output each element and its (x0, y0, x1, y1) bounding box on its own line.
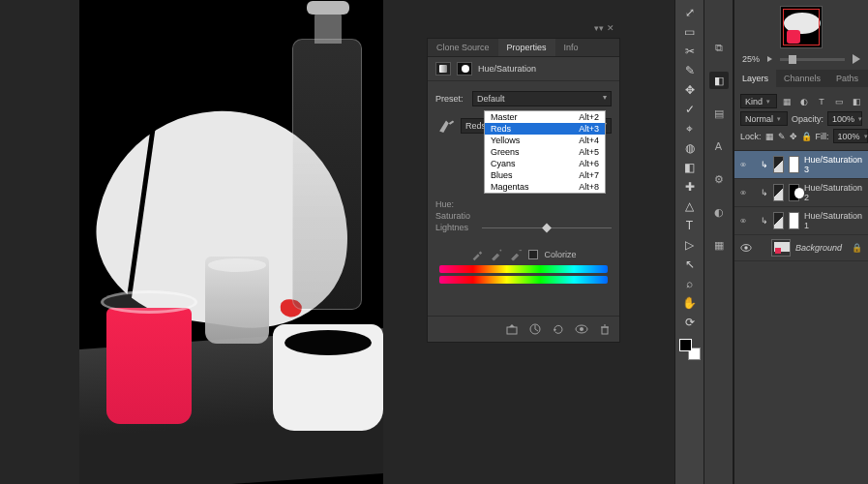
hue-gradient-bottom[interactable] (439, 276, 608, 284)
adjustment-icon (435, 62, 451, 76)
dock-swatches-icon[interactable]: ▤ (709, 105, 729, 122)
tool-gradient[interactable]: ◧ (679, 159, 701, 176)
tool-hand[interactable]: ✋ (679, 294, 701, 312)
tool-marquee[interactable]: ▭ (679, 23, 701, 41)
tab-paths[interactable]: Paths (828, 70, 866, 87)
eye-icon[interactable] (740, 243, 752, 253)
layer-row[interactable]: ↳ Hue/Saturation 1 (734, 207, 868, 235)
dock-adjustments-icon[interactable]: ⚙ (709, 170, 729, 188)
properties-panel: Clone Source Properties Info Hue/Saturat… (427, 38, 620, 343)
tool-path[interactable]: ▷ (679, 236, 701, 254)
tool-healing-brush[interactable]: ✥ (679, 81, 701, 99)
navigator-thumbnail[interactable] (780, 6, 823, 48)
filter-shape-icon[interactable]: ▭ (833, 96, 845, 107)
saturation-label: Saturatio (435, 211, 482, 221)
channel-option-greens[interactable]: GreensAlt+5 (485, 146, 605, 158)
opacity-value[interactable]: 100% (827, 111, 862, 126)
tool-eraser[interactable]: ◍ (679, 139, 701, 157)
zoom-value: 25% (742, 54, 760, 64)
tool-crop[interactable]: ✂ (679, 43, 701, 60)
tab-clone-source[interactable]: Clone Source (428, 39, 498, 56)
fill-value[interactable]: 100% (833, 129, 868, 143)
layers-list: ↳ Hue/Saturation 3 ↳ Hue/Saturation 2 ↳ … (734, 150, 868, 261)
layer-mask[interactable] (789, 184, 799, 201)
tool-clone-stamp[interactable]: ⌖ (679, 120, 701, 137)
dock-color-icon[interactable]: ◐ (709, 203, 729, 221)
eye-icon[interactable] (740, 216, 746, 226)
zoom-slider[interactable] (780, 58, 845, 61)
eye-icon[interactable] (740, 160, 746, 169)
tool-pen[interactable]: △ (679, 197, 701, 215)
channel-option-cyans[interactable]: CyansAlt+6 (485, 158, 605, 169)
trash-icon[interactable] (598, 322, 612, 336)
layer-filter-kind[interactable]: Kind (740, 94, 777, 108)
svg-point-3 (580, 327, 584, 331)
dock-character-icon[interactable]: A (709, 137, 729, 155)
finger-scrub-icon[interactable] (435, 118, 457, 134)
document-image[interactable] (79, 0, 383, 484)
channel-option-yellows[interactable]: YellowsAlt+4 (485, 135, 605, 146)
channel-option-magentas[interactable]: MagentasAlt+8 (485, 181, 605, 193)
hue-gradient-top[interactable] (439, 265, 608, 273)
tool-move[interactable]: ⤢ (679, 4, 701, 21)
dock-properties-icon[interactable]: ◧ (709, 72, 729, 89)
toolbar: ⤢ ▭ ✂ ✎ ✥ ✓ ⌖ ◍ ◧ ✚ △ T ▷ ↖ ⌕ ✋ ⟳ (674, 0, 704, 484)
eyedropper-icon[interactable] (470, 248, 484, 261)
eye-icon[interactable] (740, 188, 746, 197)
adjustment-thumb (773, 184, 784, 201)
tool-dodge[interactable]: ✚ (679, 178, 701, 196)
color-swatches[interactable] (679, 339, 701, 360)
filter-pixel-icon[interactable]: ▦ (781, 96, 793, 107)
visibility-icon[interactable] (575, 322, 588, 336)
panel-menu-icon[interactable]: ▾▾ ✕ (427, 23, 620, 33)
tab-layers[interactable]: Layers (734, 70, 776, 87)
zoom-in-icon[interactable] (853, 54, 860, 64)
layer-mask[interactable] (789, 156, 799, 173)
previous-state-icon[interactable] (528, 322, 542, 336)
lightness-slider[interactable] (482, 227, 612, 228)
tab-channels[interactable]: Channels (776, 70, 828, 87)
filter-type-icon[interactable]: T (816, 96, 827, 107)
lock-brush-icon[interactable]: ✎ (778, 132, 786, 141)
svg-point-10 (742, 220, 744, 222)
channel-option-reds[interactable]: RedsAlt+3 (485, 123, 605, 135)
channel-option-blues[interactable]: BluesAlt+7 (485, 169, 605, 181)
blend-mode-select[interactable]: Normal (740, 111, 788, 126)
filter-adjust-icon[interactable]: ◐ (798, 96, 810, 107)
adjustment-thumb (773, 212, 784, 229)
clip-layer-icon[interactable] (505, 322, 519, 336)
layer-row[interactable]: ↳ Hue/Saturation 3 (734, 151, 868, 179)
lock-move-icon[interactable]: ✥ (790, 132, 797, 141)
tab-properties[interactable]: Properties (498, 39, 555, 56)
preset-label: Preset: (435, 94, 468, 104)
lock-transparent-icon[interactable]: ▦ (765, 132, 774, 141)
colorize-checkbox[interactable] (528, 250, 538, 259)
tool-eyedropper[interactable]: ✎ (679, 62, 701, 79)
layer-name[interactable]: Hue/Saturation 3 (804, 155, 862, 174)
dock-history-icon[interactable]: ⧉ (709, 39, 729, 56)
layer-name[interactable]: Background (795, 243, 847, 253)
layer-row-background[interactable]: Background 🔒 (734, 235, 868, 261)
tool-rotate[interactable]: ⟳ (679, 314, 701, 331)
tool-type[interactable]: T (679, 217, 701, 234)
tool-brush[interactable]: ✓ (679, 101, 701, 118)
zoom-out-icon[interactable] (767, 56, 772, 62)
tool-zoom[interactable]: ⌕ (679, 275, 701, 292)
svg-point-12 (744, 246, 747, 249)
layer-mask[interactable] (789, 212, 799, 229)
filter-smart-icon[interactable]: ◧ (851, 96, 862, 107)
channel-dropdown[interactable]: MasterAlt+2 RedsAlt+3 YellowsAlt+4 Green… (484, 110, 606, 194)
indent-icon: ↳ (761, 160, 768, 169)
channel-option-master[interactable]: MasterAlt+2 (485, 111, 605, 123)
lock-all-icon[interactable]: 🔒 (801, 132, 812, 141)
eyedropper-add-icon[interactable] (490, 248, 503, 261)
dock-styles-icon[interactable]: ▦ (709, 236, 729, 254)
layer-name[interactable]: Hue/Saturation 2 (804, 183, 862, 202)
reset-icon[interactable] (552, 322, 565, 336)
eyedropper-subtract-icon[interactable] (509, 248, 523, 261)
preset-select[interactable]: Default (472, 91, 612, 106)
tab-info[interactable]: Info (555, 39, 587, 56)
layer-name[interactable]: Hue/Saturation 1 (804, 211, 862, 230)
layer-row[interactable]: ↳ Hue/Saturation 2 (734, 179, 868, 207)
tool-direct-select[interactable]: ↖ (679, 256, 701, 273)
